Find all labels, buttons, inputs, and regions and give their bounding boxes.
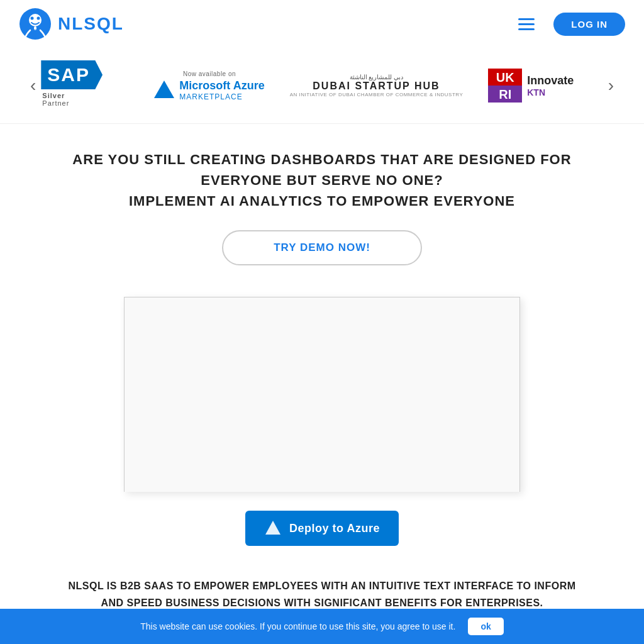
hamburger-line1 [518,18,535,20]
azure-deploy-icon [264,519,282,537]
ktn-label: KTN [527,87,574,97]
svg-marker-6 [154,80,174,98]
sap-silver-label: Silver [42,92,69,99]
hero-line1: ARE YOU STILL CREATING DASHBOARDS THAT A… [72,152,571,167]
uk-letters: UK [496,71,514,84]
svg-marker-7 [265,521,280,535]
uk-bottom-box: RI [488,86,522,103]
azure-name: Microsoft Azure MARKETPLACE [179,79,264,101]
carousel-track: SAP Silver Partner Now available on Micr… [41,60,602,111]
sap-partner-label: Partner [42,99,69,107]
hero-line2: EVERYONE BUT SERVE NO ONE? [201,172,443,188]
deploy-azure-button[interactable]: Deploy to Azure [245,511,399,546]
innovate-label: Innovate [527,74,574,87]
deploy-section: Deploy to Azure [0,498,644,565]
sap-logo: SAP Silver Partner [41,60,129,111]
demo-frame-section [0,278,644,498]
dubai-arabic-text: دبي للمشاريع الناشئة [350,74,404,80]
marketplace-text: MARKETPLACE [179,92,264,101]
carousel-next-button[interactable]: › [603,75,619,96]
svg-point-2 [31,17,34,20]
navbar: NLSQL LOG IN [0,0,644,48]
ri-letters: RI [499,88,511,101]
azure-marketplace-logo: Now available on Microsoft Azure MARKETP… [154,70,264,101]
partners-carousel: ‹ SAP Silver Partner Now available on [0,48,644,124]
partner-innovateuk: UK RI Innovate KTN [488,69,589,103]
hamburger-line3 [518,28,535,30]
hamburger-menu[interactable] [518,18,535,30]
uk-top-box: UK [488,69,522,86]
dubai-subtitle-text: AN INITIATIVE OF DUBAI CHAMBER OF COMMER… [290,92,464,97]
hamburger-line2 [518,23,535,25]
azure-brand: Microsoft Azure MARKETPLACE [154,79,264,101]
microsoft-azure-text: Microsoft Azure [179,79,264,92]
azure-available-text: Now available on [183,70,236,77]
navbar-right: LOG IN [518,13,625,36]
partner-dubai-startup: دبي للمشاريع الناشئة DUBAI STARTUP HUB A… [290,74,464,97]
demo-frame [124,297,520,492]
azure-logo-icon [264,519,282,537]
hero-line3: IMPLEMENT AI ANALYTICS TO EMPOWER EVERYO… [129,193,515,209]
cookie-banner: This website can use cookies. If you con… [0,609,644,644]
description-text: NLSQL IS B2B SAAS TO EMPOWER EMPLOYEES W… [63,577,581,611]
azure-triangle-icon [154,80,174,99]
dubai-startup-logo: دبي للمشاريع الناشئة DUBAI STARTUP HUB A… [290,74,464,97]
logo-text: NLSQL [58,14,124,34]
partner-sap: SAP Silver Partner [41,60,129,111]
try-demo-button[interactable]: TRY DEMO NOW! [222,230,422,265]
deploy-button-label: Deploy to Azure [289,522,380,535]
hero-section: ARE YOU STILL CREATING DASHBOARDS THAT A… [0,124,644,278]
innovate-text: Innovate KTN [527,74,574,97]
logo: NLSQL [19,8,124,40]
partner-azure-marketplace: Now available on Microsoft Azure MARKETP… [154,70,264,101]
carousel-prev-button[interactable]: ‹ [25,75,41,96]
sap-text: SAP [41,60,103,89]
svg-point-3 [37,17,40,20]
uk-box: UK RI [488,69,522,103]
hero-heading: ARE YOU STILL CREATING DASHBOARDS THAT A… [38,149,606,211]
dubai-startup-text: DUBAI STARTUP HUB [313,80,440,92]
cookie-ok-button[interactable]: ok [468,618,503,635]
nlsql-logo-icon [19,8,52,40]
cookie-message: This website can use cookies. If you con… [140,621,455,631]
login-button[interactable]: LOG IN [553,13,625,36]
sap-silver-partner: Silver Partner [41,92,69,107]
innovateuk-logo: UK RI Innovate KTN [488,69,589,103]
svg-point-5 [30,29,40,34]
